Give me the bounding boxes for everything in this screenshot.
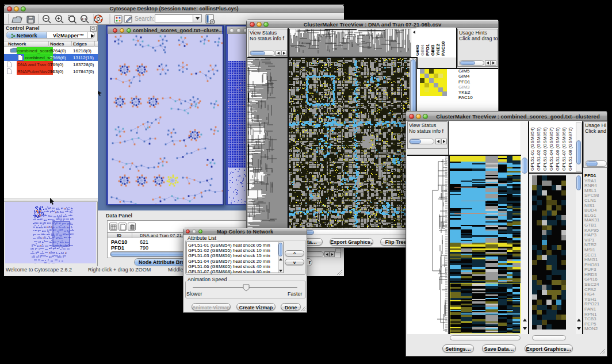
svg-text:GPL51-03 (GSM856): GPL51-03 (GSM856)	[542, 127, 548, 171]
svg-text:GPL51-02 (GSM855): GPL51-02 (GSM855)	[536, 127, 541, 171]
svg-text:1:1: 1:1	[82, 17, 86, 21]
svg-text:GPL51-06 (GSM865): GPL51-06 (GSM865)	[555, 127, 560, 171]
svg-text:GPL51-07 (GSM868): GPL51-07 (GSM868)	[561, 127, 567, 171]
svg-text:GPL51-04 (GSM857): GPL51-04 (GSM857)	[549, 127, 554, 171]
svg-text:GPL51-08 (GSM872): GPL51-08 (GSM872)	[568, 127, 573, 171]
svg-text:GPL51-01 (GSM854): GPL51-01 (GSM854)	[530, 127, 535, 171]
